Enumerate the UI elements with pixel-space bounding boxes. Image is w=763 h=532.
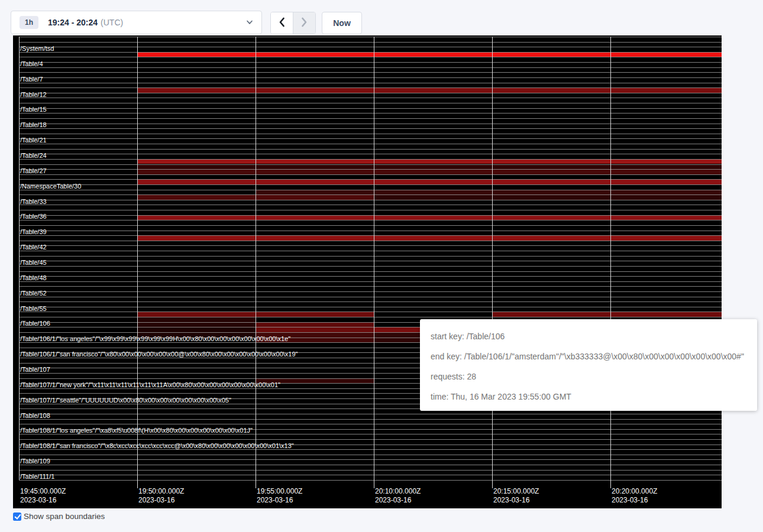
heatmap-row-label: /Table/106/1/"los angeles"/"\x99\x99\x99… [20,335,290,342]
grid-hline [19,83,722,83]
x-axis-date: 2023-03-16 [20,496,66,505]
heatmap-row-label: /Table/21 [20,137,47,144]
grid-hline [19,424,722,424]
time-range-text: 19:24 - 20:24 [48,18,98,27]
heatmap-tooltip: start key: /Table/106 end key: /Table/10… [420,319,757,411]
next-range-button[interactable] [293,12,315,34]
grid-hline [19,225,722,226]
grid-hline [19,210,722,210]
grid-hline [19,190,722,190]
heat-band[interactable] [256,322,374,327]
grid-hline [19,194,722,195]
chevron-down-icon [246,20,253,25]
grid-hline [19,57,722,57]
heatmap-row-label: /Table/106 [20,320,50,327]
grid-hline [19,261,722,261]
prev-range-button[interactable] [271,12,293,34]
now-button[interactable]: Now [322,12,362,34]
heat-band[interactable] [137,179,722,184]
grid-hline [19,87,722,88]
grid-hline [19,286,722,287]
grid-hline [19,307,722,307]
heatmap-row-label: /Table/36 [20,213,47,220]
grid-hline [19,256,722,257]
grid-hline [19,103,722,103]
grid-hline [19,154,722,154]
grid-hline [19,215,722,216]
chevron-right-icon [301,17,308,29]
x-axis-label: 19:55:00.000Z2023-03-16 [257,487,302,505]
heat-band[interactable] [137,164,722,170]
heatmap-row-label: /Table/15 [20,106,47,113]
heat-band[interactable] [137,169,722,174]
grid-hline [19,169,722,170]
grid-hline [19,174,722,175]
heat-band[interactable] [137,235,722,241]
heat-band[interactable] [492,312,722,317]
heatmap-row-label: /Table/55 [20,305,47,312]
grid-hline [19,455,722,455]
grid-hline [19,179,722,180]
grid-hline [19,159,722,160]
heatmap-row-label: /Table/106/1/"san francisco"/"\x80\x00\x… [20,351,298,358]
x-axis-time: 20:10:00.000Z [375,487,421,496]
heat-band[interactable] [137,87,722,93]
x-axis-time: 19:55:00.000Z [257,487,302,496]
heatmap-row-label: /Table/107/1/"seattle"/"UUUUUUD\x00\x80\… [20,397,231,404]
heat-band[interactable] [256,327,374,332]
grid-hline [19,419,722,420]
heatmap-row-label: /Table/111/1 [20,473,54,480]
heat-band[interactable] [137,215,722,220]
grid-hline [19,200,722,200]
x-axis-date: 2023-03-16 [493,496,539,505]
heat-band[interactable] [137,159,722,164]
heat-band[interactable] [374,194,722,200]
heatmap-row-label: /Table/107 [20,366,50,373]
grid-vline [19,37,20,480]
x-axis-date: 2023-03-16 [257,496,302,505]
heatmap-row-label: /Table/18 [20,121,47,128]
grid-hline [19,251,722,251]
grid-hline [19,312,722,312]
time-range-nav-group [270,12,316,34]
heatmap-row-label: /Table/33 [20,198,47,205]
grid-vline [610,37,611,480]
x-axis-time: 20:15:00.000Z [493,487,539,496]
grid-hline [19,138,722,139]
grid-hline [19,164,722,165]
grid-hline [19,470,722,471]
heatmap-row-label: /Table/7 [20,76,43,83]
x-axis-tick [374,480,374,488]
chevron-left-icon [279,17,285,29]
grid-hline [19,439,722,440]
grid-hline [19,98,722,98]
heatmap-row-label: /NamespaceTable/30 [20,183,81,190]
x-axis-date: 2023-03-16 [375,496,421,505]
show-span-boundaries-checkbox[interactable] [13,512,21,521]
grid-hline [19,241,722,241]
grid-hline [19,465,722,465]
time-range-select[interactable]: 1h 19:24 - 20:24 (UTC) [11,11,262,34]
heatmap-row-label: /Table/109 [20,458,50,465]
grid-hline [19,113,722,113]
heat-band[interactable] [256,190,722,195]
heat-band[interactable] [137,52,722,57]
grid-hline [19,414,722,414]
heatmap-row-label: /Table/39 [20,228,47,235]
grid-hline [19,301,722,302]
grid-hline [19,245,722,246]
x-axis-label: 20:15:00.000Z2023-03-16 [493,487,539,505]
heatmap-row-label: /Table/48 [20,274,47,281]
time-range-zone: (UTC) [101,18,123,27]
grid-hline [19,281,722,282]
grid-hline [19,118,722,119]
x-axis-label: 20:10:00.000Z2023-03-16 [375,487,421,505]
x-axis-time: 19:50:00.000Z [138,487,184,496]
grid-hline [19,128,722,129]
heatmap-row-label: /System/tsd [20,45,54,52]
key-visualizer-heatmap[interactable]: /System/tsd/Table/4/Table/7/Table/12/Tab… [13,35,722,508]
heatmap-row-label: /Table/45 [20,259,47,266]
grid-hline [19,480,722,481]
grid-hline [19,459,722,460]
grid-hline [19,297,722,297]
